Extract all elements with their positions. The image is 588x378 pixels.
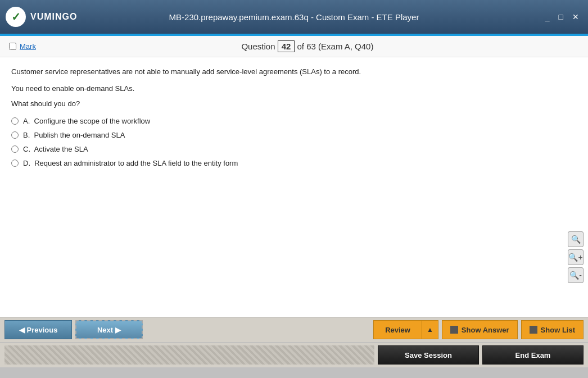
title-bar: ✓ VUMINGO MB-230.prepaway.pemium.exam.63… — [0, 0, 588, 34]
option-b[interactable]: B. Publish the on-demand SLA — [11, 131, 577, 139]
window-controls: _ □ ✕ — [542, 11, 582, 22]
prev-arrow-icon: ◀ — [19, 326, 25, 334]
radio-c[interactable] — [11, 145, 19, 153]
minimize-button[interactable]: _ — [542, 11, 553, 22]
option-a-label: A. Configure the scope of the workflow — [23, 117, 150, 125]
mark-input[interactable] — [9, 43, 16, 50]
radio-b[interactable] — [11, 131, 19, 139]
save-session-button[interactable]: Save Session — [378, 345, 479, 365]
zoom-out-button[interactable]: 🔍- — [568, 267, 584, 283]
logo-text: VUMINGO — [30, 12, 77, 22]
search-button[interactable]: 🔍 — [568, 231, 584, 247]
show-answer-button[interactable]: Show Answer — [442, 320, 518, 339]
main-area: Mark Question 42 of 63 (Exam A, Q40) Cus… — [0, 36, 588, 317]
review-dropdown-button[interactable]: ▲ — [422, 320, 438, 339]
question-info: Question 42 of 63 (Exam A, Q40) — [36, 40, 579, 52]
option-b-label: B. Publish the on-demand SLA — [23, 131, 125, 139]
question-instruction: You need to enable on-demand SLAs. — [11, 84, 577, 93]
question-header: Mark Question 42 of 63 (Exam A, Q40) — [0, 36, 588, 57]
bottom-toolbar: ◀ Previous Next ▶ Review ▲ Show Answer S… — [0, 317, 588, 342]
option-c-label: C. Activate the SLA — [23, 145, 88, 153]
next-arrow-icon: ▶ — [115, 326, 121, 334]
window-title: MB-230.prepaway.pemium.exam.63q - Custom… — [169, 12, 419, 22]
review-group: Review ▲ — [373, 320, 438, 339]
option-c[interactable]: C. Activate the SLA — [11, 145, 577, 153]
radio-d[interactable] — [11, 160, 19, 167]
secondary-bar: Save Session End Exam — [0, 342, 588, 367]
mark-checkbox[interactable]: Mark — [9, 42, 36, 51]
show-answer-icon — [450, 326, 458, 334]
logo-checkmark: ✓ — [11, 10, 21, 24]
maximize-button[interactable]: □ — [555, 11, 567, 22]
dropdown-arrow-icon: ▲ — [427, 326, 433, 334]
option-a[interactable]: A. Configure the scope of the workflow — [11, 117, 577, 125]
next-button[interactable]: Next ▶ — [75, 320, 143, 339]
show-list-icon — [530, 326, 537, 334]
close-button[interactable]: ✕ — [569, 11, 582, 22]
show-list-button[interactable]: Show List — [521, 320, 584, 339]
option-d[interactable]: D. Request an administrator to add the S… — [11, 159, 577, 167]
side-toolbar: 🔍 🔍+ 🔍- — [568, 231, 584, 283]
review-button[interactable]: Review — [373, 320, 422, 339]
striped-area — [4, 345, 374, 365]
question-number: 42 — [278, 40, 295, 52]
radio-a[interactable] — [11, 117, 19, 125]
previous-button[interactable]: ◀ Previous — [4, 320, 72, 339]
question-content: Customer service representatives are not… — [0, 57, 588, 313]
mark-label: Mark — [20, 42, 36, 51]
logo: ✓ VUMINGO — [6, 7, 77, 27]
zoom-in-button[interactable]: 🔍+ — [568, 249, 584, 265]
question-text-1: Customer service representatives are not… — [11, 66, 577, 78]
option-d-label: D. Request an administrator to add the S… — [23, 159, 238, 167]
logo-circle: ✓ — [6, 7, 26, 27]
end-exam-button[interactable]: End Exam — [482, 345, 584, 365]
question-of-text: of 63 (Exam A, Q40) — [297, 42, 374, 51]
question-prompt: What should you do? — [11, 99, 577, 108]
question-label: Question — [241, 42, 275, 51]
